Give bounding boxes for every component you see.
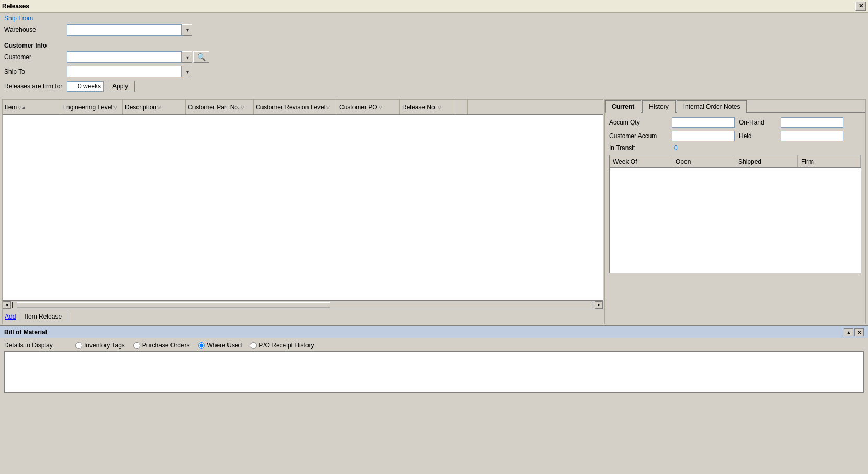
held-input[interactable] [781,131,843,141]
held-label: Held [739,132,781,140]
sub-col-open-label: Open [676,158,691,165]
tab-internal-order-notes[interactable]: Internal Order Notes [677,100,747,113]
sub-grid-body [610,168,861,273]
sub-col-open[interactable]: Open [672,155,735,167]
customer-accum-row: Customer Accum Held [609,131,861,141]
radio-where-used-input[interactable] [198,342,205,349]
bom-close-btn[interactable]: ✕ [854,328,864,336]
item-release-button[interactable]: Item Release [19,311,67,322]
tab-current-label: Current [612,103,634,110]
radio-purchase-orders-input[interactable] [133,342,140,349]
ship-to-label: Ship To [4,68,67,75]
customer-info-section: Customer Info Customer ▾ 🔍 Ship To ▾ Rel… [0,40,868,97]
radio-inventory-tags-input[interactable] [75,342,82,349]
ship-to-dropdown-btn[interactable]: ▾ [182,66,192,77]
sub-grid: Week Of Open Shipped Firm [609,155,861,273]
radio-inventory-tags-label: Inventory Tags [84,342,125,349]
scroll-left-btn[interactable]: ◂ [3,301,11,309]
in-transit-row: In Transit 0 [609,144,861,152]
bom-title: Bill of Material [4,329,47,336]
right-panel-body: Accum Qty On-Hand Customer Accum Held In… [605,113,865,324]
col-header-extra [452,100,468,114]
sub-col-firm[interactable]: Firm [798,155,861,167]
on-hand-label: On-Hand [739,119,781,126]
col-header-cust-rev[interactable]: Customer Revision Level ▽ [254,100,337,114]
bom-header: Bill of Material ▲ ✕ [0,326,868,338]
customer-dropdown-container: ▾ 🔍 [67,51,209,63]
warehouse-dropdown-btn[interactable]: ▾ [182,24,192,36]
col-header-custrev-label: Customer Revision Level [256,104,325,111]
warehouse-row: Warehouse ▾ [4,24,864,36]
warehouse-input[interactable] [67,24,182,36]
bom-content [4,351,864,393]
col-header-eng-label: Engineering Level [62,104,112,111]
close-button[interactable]: ✕ [855,2,866,11]
col-header-item[interactable]: Item ▽▲ [3,100,60,114]
in-transit-label: In Transit [609,144,672,152]
sub-col-week-of[interactable]: Week Of [610,155,672,167]
ship-to-row: Ship To ▾ [4,66,864,77]
customer-info-title: Customer Info [4,42,864,49]
col-header-relno-label: Release No. [402,104,437,111]
col-custpo-filter-icon[interactable]: ▽ [379,105,382,110]
grid-header: Item ▽▲ Engineering Level ▽ Description … [3,100,603,115]
customer-row: Customer ▾ 🔍 [4,51,864,63]
radio-po-receipt-history-input[interactable] [250,342,257,349]
apply-button[interactable]: Apply [106,81,135,92]
content-area: Item ▽▲ Engineering Level ▽ Description … [0,99,868,324]
details-to-display-label: Details to Display [4,342,67,349]
firm-for-input[interactable] [67,81,104,92]
col-header-eng-level[interactable]: Engineering Level ▽ [60,100,123,114]
col-custrev-filter-icon[interactable]: ▽ [326,105,330,110]
col-custpart-filter-icon[interactable]: ▽ [241,105,244,110]
col-eng-filter-icon[interactable]: ▽ [113,105,117,110]
radio-purchase-orders[interactable]: Purchase Orders [133,342,190,349]
radio-inventory-tags[interactable]: Inventory Tags [75,342,125,349]
ship-to-input[interactable] [67,66,182,77]
col-header-custpo-label: Customer PO [339,104,378,111]
col-item-filter-icon[interactable]: ▽▲ [18,105,26,110]
grid-scrollbar: ◂ ▸ [3,300,603,309]
in-transit-value: 0 [674,144,678,152]
scroll-right-btn[interactable]: ▸ [595,301,603,309]
accum-qty-row: Accum Qty On-Hand [609,117,861,128]
on-hand-input[interactable] [781,117,843,128]
customer-label: Customer [4,53,67,61]
customer-dropdown-btn[interactable]: ▾ [182,51,192,63]
bom-header-controls: ▲ ✕ [844,328,864,336]
accum-qty-label: Accum Qty [609,119,672,126]
col-desc-filter-icon[interactable]: ▽ [157,105,161,110]
col-header-cust-po[interactable]: Customer PO ▽ [337,100,400,114]
firm-for-row: Releases are firm for Apply [4,81,864,92]
col-header-description[interactable]: Description ▽ [123,100,186,114]
customer-accum-input[interactable] [672,131,735,141]
tabs-container: Current History Internal Order Notes [605,100,865,113]
firm-for-label: Releases are firm for [4,83,67,90]
radio-where-used[interactable]: Where Used [198,342,242,349]
add-link[interactable]: Add [5,313,16,320]
col-header-custpart-label: Customer Part No. [188,104,239,111]
ship-from-section: Ship From Warehouse ▾ [0,13,868,40]
warehouse-dropdown-container: ▾ [67,24,192,36]
customer-input[interactable] [67,51,182,63]
tab-current[interactable]: Current [605,100,641,113]
title-bar: Releases ✕ [0,0,868,13]
col-header-release-no[interactable]: Release No. ▽ [400,100,452,114]
sub-col-week-of-label: Week Of [613,158,637,165]
customer-search-btn[interactable]: 🔍 [193,51,209,63]
scrollbar-thumb[interactable] [17,302,330,308]
accum-qty-input[interactable] [672,117,735,128]
scrollbar-track[interactable] [12,302,593,308]
bom-minimize-btn[interactable]: ▲ [844,328,853,336]
col-header-item-label: Item [5,104,17,111]
ship-to-dropdown-container: ▾ [67,66,192,77]
sub-col-shipped-label: Shipped [738,158,761,165]
tab-history[interactable]: History [642,100,675,113]
right-panel: Current History Internal Order Notes Acc… [604,99,866,324]
col-relno-filter-icon[interactable]: ▽ [438,105,441,110]
col-header-desc-label: Description [125,104,156,111]
customer-accum-label: Customer Accum [609,132,672,140]
col-header-cust-part[interactable]: Customer Part No. ▽ [186,100,254,114]
sub-col-shipped[interactable]: Shipped [735,155,798,167]
radio-po-receipt-history[interactable]: P/O Receipt History [250,342,314,349]
